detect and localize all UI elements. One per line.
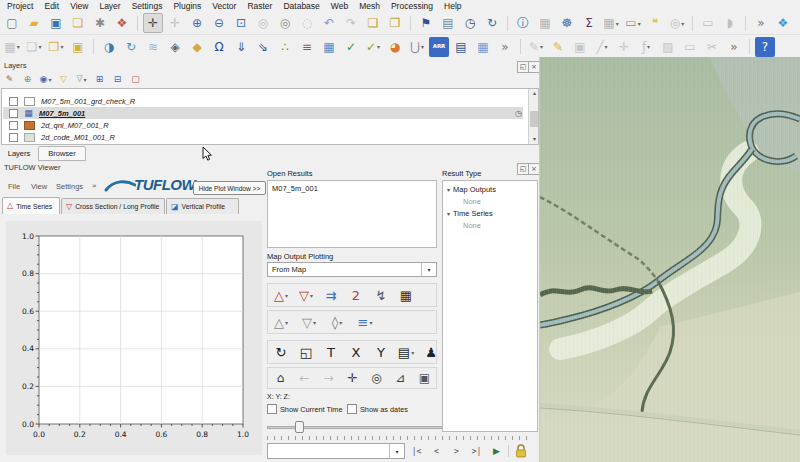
pan-to-selection-icon[interactable]: ✛ [165, 13, 185, 33]
help-icon[interactable]: ? [755, 37, 775, 57]
tree-item-none[interactable]: None [463, 197, 481, 206]
ts-options-icon-dropdown[interactable]: ▾ [285, 319, 288, 326]
filter-legend-icon[interactable]: ▽ [56, 73, 71, 87]
layer-row-active[interactable]: ▦ M07_5m_001 [3, 107, 523, 119]
zoom-full-icon[interactable]: ⊡ [231, 13, 251, 33]
vertex-tool-icon[interactable]: ✛ [614, 37, 634, 57]
last-timestep-button[interactable]: >| [468, 444, 485, 458]
grid-image-icon[interactable]: ▦ [319, 37, 339, 57]
zoom-out-icon[interactable]: ⊖ [209, 13, 229, 33]
legend-options-icon-dropdown[interactable]: ▾ [369, 319, 372, 326]
temporal-controller-icon[interactable]: ◷ [460, 13, 480, 33]
menu-item-vector[interactable]: Vector [207, 1, 241, 11]
save-edits-icon[interactable]: ▣ [570, 37, 590, 57]
refresh-plot-icon[interactable]: ↻ [270, 342, 292, 362]
menu-item-mesh[interactable]: Mesh [354, 1, 385, 11]
menu-item-layer[interactable]: Layer [94, 1, 125, 11]
legend-toggle-icon-dropdown[interactable]: ▾ [411, 349, 414, 356]
open-layer-styling-icon[interactable]: ✎ [2, 73, 17, 87]
back-view-icon[interactable]: ← [294, 369, 315, 387]
save-figure-icon[interactable]: ▣ [414, 369, 435, 387]
pan-map-icon[interactable]: ✛ [143, 13, 163, 33]
label-toolbar-icon[interactable]: ▭ [698, 13, 718, 33]
layers-scrollbar[interactable]: ▴ ▾ [528, 89, 539, 145]
refresh-map-icon[interactable]: ↻ [482, 13, 502, 33]
menu-item-plugins[interactable]: Plugins [168, 1, 206, 11]
show-bookmarks-icon[interactable]: ▤ [438, 13, 458, 33]
map-tips-icon[interactable]: ❝ [645, 13, 665, 33]
tree-item-none[interactable]: None [463, 221, 481, 230]
lock-icon[interactable] [514, 443, 528, 459]
cross-section-plot-icon-dropdown[interactable]: ▾ [310, 292, 313, 299]
blue-doc-icon[interactable]: ▤ [451, 37, 471, 57]
tuflow-menu-settings[interactable]: Settings [56, 182, 83, 191]
nominatim-search-icon-dropdown[interactable]: ▾ [681, 20, 684, 27]
new-3d-map-view-icon[interactable]: ❐ [385, 13, 405, 33]
menu-item-help[interactable]: Help [439, 1, 466, 11]
first-timestep-button[interactable]: |< [408, 444, 425, 458]
chevron-down-icon[interactable]: ▾ [447, 210, 450, 217]
modify-attributes-icon[interactable]: ▨ [658, 37, 678, 57]
cube-icon[interactable]: ◆ [187, 37, 207, 57]
slider-handle[interactable] [295, 421, 304, 433]
legend-bars-icon[interactable]: ≡ [297, 37, 317, 57]
forward-view-icon[interactable]: → [318, 369, 339, 387]
current-edits-icon[interactable]: ✎▾ [526, 37, 546, 57]
tree-item-time-series[interactable]: ▾ Time Series [447, 209, 493, 218]
collapse-all-icon[interactable]: ⊟ [110, 73, 125, 87]
show-current-time-checkbox[interactable] [267, 404, 277, 414]
import-layer-icon[interactable]: ⇘ [253, 37, 273, 57]
nominatim-search-icon[interactable]: ◎▾ [667, 13, 687, 33]
timestep-combobox[interactable]: ▾ [267, 443, 405, 459]
dock-tab-browser[interactable]: Browser [38, 146, 86, 161]
paste-features-icon[interactable]: ❐▾ [46, 37, 66, 57]
show-attribute-table-icon[interactable]: ▦▾ [601, 13, 621, 33]
toggle-editing-icon[interactable]: ✎ [548, 37, 568, 57]
layer-row[interactable]: 2d_qnl_M07_001_R [3, 119, 523, 131]
previous-timestep-button[interactable]: < [428, 444, 445, 458]
new-map-view-icon[interactable]: ❏ [363, 13, 383, 33]
pan-plot-icon[interactable]: ✛ [342, 369, 363, 387]
open-attribute-table-icon[interactable]: ▦ [535, 13, 555, 33]
cs-options-icon-dropdown[interactable]: ▾ [313, 319, 316, 326]
dock-tab-layers[interactable]: Layers [2, 146, 36, 161]
field-calculator-icon-dropdown[interactable]: ▾ [647, 43, 650, 50]
show-attribute-table-icon-dropdown[interactable]: ▾ [616, 20, 619, 27]
statistical-summary-icon[interactable]: Σ [579, 13, 599, 33]
grid-toggle-icon[interactable]: ▦ [395, 285, 417, 305]
select-features-icon-dropdown[interactable]: ▾ [17, 43, 20, 50]
tuflow-menu-view[interactable]: View [31, 182, 47, 191]
menu-item-database[interactable]: Database [278, 1, 324, 11]
weir-plot-icon-dropdown[interactable]: ▾ [339, 319, 342, 326]
select-features-icon[interactable]: ▦▾ [2, 37, 22, 57]
layer-visibility-checkbox[interactable] [9, 133, 18, 142]
toolbar1-overflow-icon[interactable]: » [751, 13, 771, 33]
scroll-down-icon[interactable]: ▾ [529, 135, 539, 145]
tcf-icon[interactable]: ∴ [275, 37, 295, 57]
menu-item-view[interactable]: View [65, 1, 93, 11]
layer-row[interactable]: ▦ DEM [3, 143, 523, 145]
zoom-in-icon[interactable]: ⊕ [187, 13, 207, 33]
new-bookmark-icon[interactable]: ⚑ [416, 13, 436, 33]
toolbar2-overflow-icon[interactable]: » [495, 37, 515, 57]
zoom-next-icon[interactable]: ↷ [341, 13, 361, 33]
expand-all-icon[interactable]: ⊞ [92, 73, 107, 87]
style-manager-icon[interactable]: ❖ [112, 13, 132, 33]
arr-icon[interactable]: ARR [429, 37, 449, 57]
open-project-icon[interactable]: ▰ [24, 13, 44, 33]
chevron-down-icon[interactable]: ▾ [447, 186, 450, 193]
magnet-icon[interactable]: Ω [209, 37, 229, 57]
cs-options-icon[interactable]: ▽▾ [298, 312, 320, 332]
chevron-down-icon[interactable]: ▾ [389, 444, 404, 458]
zoom-to-selection-icon[interactable]: ◎ [253, 13, 273, 33]
python-console-icon[interactable]: ◑ [99, 37, 119, 57]
layer-visibility-checkbox[interactable] [9, 109, 18, 118]
zoom-plot-icon[interactable]: ◎ [366, 369, 387, 387]
open-results-item[interactable]: M07_5m_001 [268, 181, 436, 193]
flow-arrows-icon[interactable]: ⇉ [320, 285, 342, 305]
freeze-axis-limits-icon[interactable]: T [320, 342, 342, 362]
menu-item-processing[interactable]: Processing [386, 1, 438, 11]
clear-plot-icon[interactable]: ◱ [295, 342, 317, 362]
plot-canvas[interactable]: 1.0 0.8 0.6 0.4 0.2 0.0 0.0 0.2 0.4 0.6 … [6, 221, 262, 455]
layer-visibility-checkbox[interactable] [9, 121, 18, 130]
